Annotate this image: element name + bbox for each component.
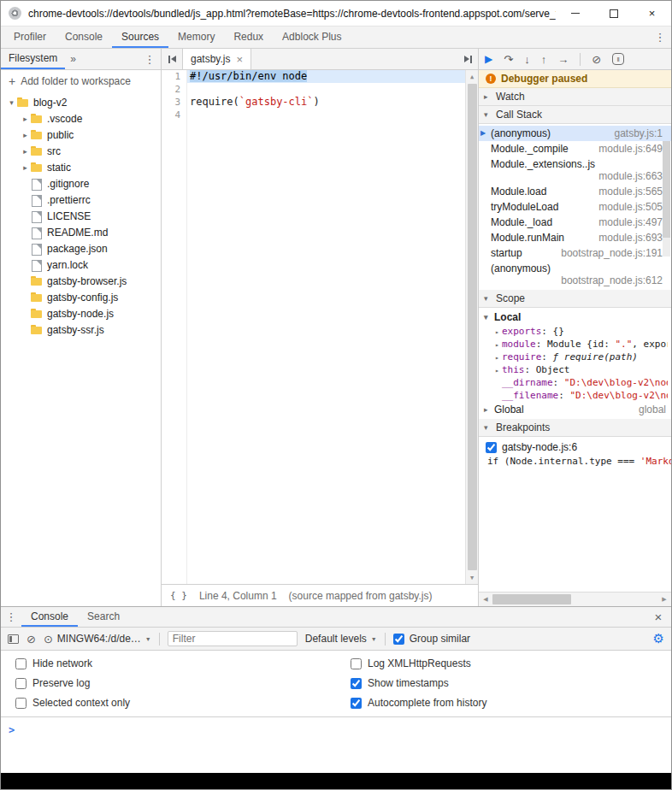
call-stack-frame[interactable]: ▶ startup bootstrap_node.js:191	[479, 245, 671, 261]
property-expand-arrow-icon[interactable]: ▸	[492, 341, 502, 349]
tree-item[interactable]: package.json	[1, 240, 161, 256]
scroll-up-icon[interactable]: ▲	[470, 70, 474, 83]
tree-item[interactable]: .gitignore	[1, 175, 161, 192]
editor-tab-gatsby-js[interactable]: gatsby.js ×	[182, 49, 251, 69]
group-similar-toggle[interactable]: Group similar	[393, 633, 470, 645]
scope-section-header[interactable]: ▾ Scope	[479, 290, 671, 308]
scope-property[interactable]: ▸ this : Object	[479, 363, 671, 376]
step-over-button[interactable]: ↷	[504, 54, 513, 65]
scrollbar-thumb[interactable]	[492, 594, 571, 604]
tab-filesystem[interactable]: Filesystem	[1, 49, 65, 69]
watch-section-header[interactable]: ▸ Watch	[479, 88, 671, 106]
setting-checkbox[interactable]	[15, 658, 27, 669]
call-stack-frame[interactable]: ▶ Module._compile module.js:649	[479, 141, 671, 156]
close-drawer-icon[interactable]: ×	[645, 607, 671, 627]
breakpoint-checkbox[interactable]	[486, 442, 497, 453]
maximize-button[interactable]	[594, 1, 633, 26]
panel-toggle-icon[interactable]	[457, 49, 478, 69]
code-line[interactable]: 4	[162, 109, 478, 121]
console-prompt[interactable]: >	[1, 717, 671, 737]
more-tabs-icon[interactable]: »	[65, 49, 81, 69]
call-stack-section-header[interactable]: ▾ Call Stack	[479, 106, 671, 124]
tab-profiler[interactable]: Profiler	[4, 27, 56, 48]
scope-property[interactable]: ▸ require : ƒ require(path)	[479, 351, 671, 363]
tree-item[interactable]: yarn.lock	[1, 256, 161, 273]
tree-item[interactable]: gatsby-ssr.js	[1, 321, 161, 338]
call-stack-frame[interactable]: ▶ Module.runMain module.js:693	[479, 230, 671, 245]
line-number[interactable]: 4	[162, 109, 186, 121]
tree-expand-arrow-icon[interactable]: ▸	[20, 131, 31, 139]
tab-console[interactable]: Console	[56, 27, 112, 48]
scope-property[interactable]: ▸ exports : {}	[479, 325, 671, 338]
tree-item[interactable]: ▸ src	[1, 143, 161, 159]
console-messages-area[interactable]	[1, 737, 671, 773]
setting-checkbox[interactable]	[351, 698, 362, 709]
tree-item[interactable]: gatsby-node.js	[1, 305, 161, 321]
editor-vertical-scrollbar[interactable]: ▲ ▼	[465, 70, 478, 584]
console-setting[interactable]: Hide network	[15, 657, 336, 669]
scope-property[interactable]: ▸ module : Module {id: ".", exports:	[479, 338, 671, 351]
tree-expand-arrow-icon[interactable]: ▾	[6, 98, 17, 107]
tab-search-drawer[interactable]: Search	[78, 607, 129, 627]
tree-item[interactable]: ▸ public	[1, 127, 161, 143]
tree-item[interactable]: ▸ .vscode	[1, 110, 161, 127]
console-setting[interactable]: Show timestamps	[351, 677, 671, 689]
scope-local-group[interactable]: ▾ Local	[479, 310, 671, 325]
call-stack-frame[interactable]: ▶ Module._load module.js:497	[479, 215, 671, 230]
breakpoints-section-header[interactable]: ▾ Breakpoints	[479, 419, 671, 437]
log-levels-dropdown[interactable]: Default levels ▼	[305, 633, 377, 645]
clear-console-icon[interactable]: ⊘	[27, 634, 36, 645]
tab-sources[interactable]: Sources	[112, 27, 168, 48]
tree-item[interactable]: gatsby-browser.js	[1, 273, 161, 289]
tree-item[interactable]: README.md	[1, 224, 161, 240]
scrollbar-track[interactable]	[492, 592, 657, 606]
setting-checkbox[interactable]	[15, 678, 27, 689]
scroll-down-icon[interactable]: ▼	[470, 571, 474, 584]
tab-adblock-plus[interactable]: Adblock Plus	[273, 27, 351, 48]
context-selector[interactable]: ⊙ MINGW64:/d/de… ▼	[44, 633, 151, 645]
call-stack-frame[interactable]: ▶ Module._extensions..js module.js:663	[479, 156, 671, 184]
scrollbar-thumb[interactable]	[468, 84, 477, 570]
tree-expand-arrow-icon[interactable]: ▸	[20, 147, 31, 156]
pretty-print-icon[interactable]: { }	[170, 590, 187, 601]
scroll-right-icon[interactable]: ▶	[657, 592, 671, 606]
console-setting[interactable]: Autocomplete from history	[351, 697, 671, 709]
scope-property[interactable]: __filename : "D:\dev\blog-v2\node_m	[479, 389, 671, 402]
scope-global-group[interactable]: ▸ Global global	[479, 402, 671, 417]
pause-on-exceptions-button[interactable]: ‖	[612, 53, 624, 65]
console-setting[interactable]: Preserve log	[15, 677, 336, 689]
main-menu-kebab-icon[interactable]: ⋮	[649, 27, 671, 48]
navigator-kebab-icon[interactable]: ⋮	[139, 49, 161, 69]
tree-item[interactable]: LICENSE	[1, 208, 161, 224]
step-out-button[interactable]: ↑	[541, 54, 547, 65]
console-setting[interactable]: Selected context only	[15, 697, 336, 709]
group-similar-checkbox[interactable]	[393, 634, 404, 645]
scroll-left-icon[interactable]: ◀	[479, 592, 492, 606]
call-stack-frame[interactable]: ▶ (anonymous) gatsby.js:1	[479, 126, 671, 141]
code-editor[interactable]: 1 #!/usr/bin/env node 2 3 require(`gatsb…	[162, 70, 478, 584]
setting-checkbox[interactable]	[15, 698, 27, 709]
console-sidebar-icon[interactable]	[8, 634, 19, 644]
line-number[interactable]: 3	[162, 96, 186, 109]
setting-checkbox[interactable]	[351, 658, 362, 669]
tab-redux[interactable]: Redux	[224, 27, 273, 48]
setting-checkbox[interactable]	[351, 678, 362, 689]
property-expand-arrow-icon[interactable]: ▸	[492, 328, 502, 336]
code-line[interactable]: 3 require(`gatsby-cli`)	[162, 96, 478, 109]
call-stack-frame[interactable]: ▶ (anonymous) bootstrap_node.js:612	[479, 261, 671, 288]
drawer-kebab-icon[interactable]: ⋮	[1, 607, 21, 627]
tree-item[interactable]: gatsby-config.js	[1, 289, 161, 305]
tree-item[interactable]: ▾ blog-v2	[1, 94, 161, 110]
add-folder-button[interactable]: + Add folder to workspace	[1, 70, 161, 92]
tree-expand-arrow-icon[interactable]: ▸	[20, 115, 31, 123]
tree-expand-arrow-icon[interactable]: ▸	[20, 163, 31, 172]
breakpoint-entry[interactable]: gatsby-node.js:6 if (Node.internal.type …	[479, 439, 671, 468]
console-setting[interactable]: Log XMLHttpRequests	[351, 657, 671, 669]
scope-property[interactable]: __dirname : "D:\dev\blog-v2\node_mo	[479, 376, 671, 389]
call-stack-frame[interactable]: ▶ Module.load module.js:565	[479, 184, 671, 199]
tab-memory[interactable]: Memory	[168, 27, 224, 48]
console-settings-gear-icon[interactable]: ⚙	[653, 631, 664, 646]
call-stack-frame[interactable]: ▶ tryModuleLoad module.js:505	[479, 199, 671, 215]
step-into-button[interactable]: ↓	[524, 54, 530, 65]
step-button[interactable]: →	[557, 54, 569, 65]
